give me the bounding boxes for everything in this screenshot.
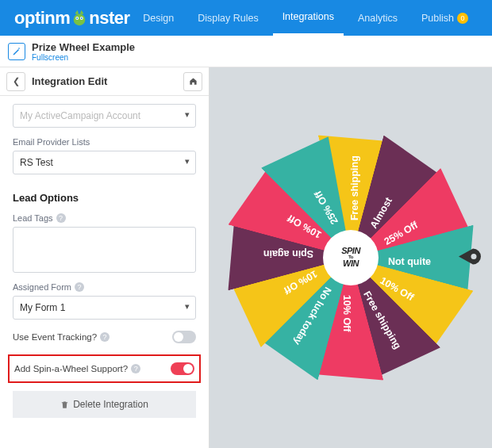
assigned-form-select[interactable]: My Form 1 [13, 296, 196, 320]
tab-design[interactable]: Design [133, 0, 183, 36]
form-label: Assigned Form? [13, 282, 196, 292]
home-button[interactable] [183, 72, 202, 91]
delete-integration-button[interactable]: Delete Integration [13, 391, 196, 418]
panel-title: Integration Edit [32, 75, 177, 87]
tab-analytics[interactable]: Analytics [348, 0, 407, 36]
panel-header: ❮ Integration Edit [0, 67, 209, 96]
back-button[interactable]: ❮ [6, 72, 25, 91]
help-icon[interactable]: ? [75, 282, 84, 292]
campaign-name: Prize Wheel Example [32, 41, 135, 53]
monster-icon [71, 10, 88, 27]
event-tracking-toggle[interactable] [172, 331, 196, 343]
event-tracking-label: Use Event Tracking? [13, 332, 97, 342]
publish-badge: 0 [457, 13, 468, 24]
nav-tabs: Design Display Rules Integrations Analyt… [133, 0, 478, 36]
help-icon[interactable]: ? [131, 364, 140, 373]
brand-post: nster [89, 8, 129, 29]
wheel-slice-label: 10% Off [341, 295, 352, 332]
wheel-slice-label: Spin again [263, 248, 313, 259]
pencil-icon [12, 47, 21, 56]
lead-options-title: Lead Options [13, 192, 196, 204]
settings-sidebar[interactable]: ❮ Integration Edit My ActiveCampaign Acc… [0, 67, 209, 448]
edit-campaign-button[interactable] [8, 43, 25, 60]
help-icon[interactable]: ? [100, 332, 110, 342]
tab-publish-label: Publish [421, 13, 454, 24]
wheel-slice-label: Not quite [388, 256, 431, 267]
brand-pre: optinm [14, 8, 70, 29]
lists-label: Email Provider Lists [13, 137, 196, 147]
prize-wheel: Free shippingAlmost25% OffNot quite10% O… [224, 131, 478, 385]
account-select[interactable]: My ActiveCampaign Account [13, 104, 196, 128]
trash-icon [60, 400, 69, 409]
brand-logo: optinm nster [14, 8, 130, 29]
svg-point-5 [471, 254, 477, 259]
tab-display-rules[interactable]: Display Rules [188, 0, 267, 36]
help-icon[interactable]: ? [56, 213, 66, 223]
svg-point-3 [77, 17, 79, 19]
campaign-type: Fullscreen [32, 53, 135, 62]
top-nav: optinm nster Design Display Rules Integr… [0, 0, 492, 36]
event-tracking-row: Use Event Tracking?? [13, 331, 196, 343]
lead-tags-input[interactable] [13, 227, 196, 273]
wheel-slice-label: Free shipping [349, 155, 360, 220]
wheel-hub: SPIN To WIN [323, 230, 379, 285]
svg-point-0 [74, 13, 86, 25]
spin-support-label: Add Spin-a-Wheel Support? [14, 364, 128, 373]
wheel-pointer [457, 247, 481, 269]
preview-canvas: Free shippingAlmost25% OffNot quite10% O… [209, 67, 492, 448]
tab-integrations[interactable]: Integrations [273, 0, 344, 36]
tab-publish[interactable]: Publish 0 [412, 0, 478, 36]
spin-wheel-highlight: Add Spin-a-Wheel Support?? [8, 354, 201, 383]
lists-select[interactable]: RS Test [13, 151, 196, 174]
campaign-header: Prize Wheel Example Fullscreen [0, 36, 492, 67]
tags-label: Lead Tags? [13, 213, 196, 223]
svg-point-4 [81, 17, 83, 19]
wheel-slice-label: 25% Off [313, 189, 340, 226]
spin-support-toggle[interactable] [171, 362, 194, 375]
home-icon [189, 77, 198, 86]
